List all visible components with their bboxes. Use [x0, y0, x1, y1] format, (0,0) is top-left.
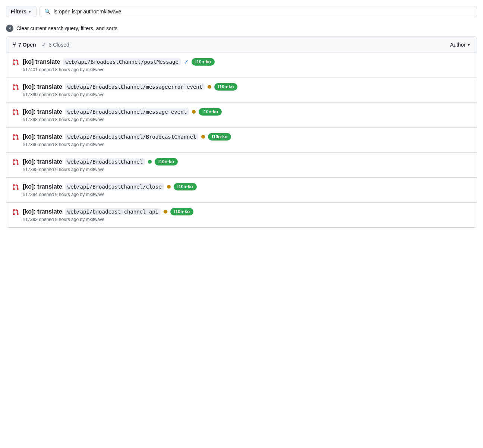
pr-title-row: [ko] translate web/api/BroadcastChannel/… — [23, 58, 471, 66]
pr-icon — [12, 209, 19, 217]
open-count-label: 7 Open — [18, 42, 36, 48]
pr-icon — [12, 184, 19, 192]
search-icon: 🔍 — [44, 9, 51, 15]
pr-label[interactable]: l10n-ko — [170, 208, 193, 215]
filters-button[interactable]: Filters ▼ — [6, 6, 37, 17]
pr-status-dot — [164, 210, 167, 214]
pr-meta: #17394 opened 9 hours ago by mkitwave — [23, 192, 471, 197]
pr-check-icon: ✓ — [184, 59, 189, 66]
pr-title-row: [ko]: translate web/api/BroadcastChannel… — [23, 183, 471, 190]
pr-title-prefix: [ko] translate — [23, 59, 60, 65]
pr-title-prefix: [ko]: translate — [23, 183, 62, 190]
pr-meta: #17401 opened 8 hours ago by mkitwave — [23, 67, 471, 72]
chevron-down-icon: ▼ — [28, 10, 32, 14]
pr-title-prefix: [ko]: translate — [23, 158, 62, 165]
open-count-button[interactable]: ⑂ 7 Open — [12, 41, 36, 48]
pr-list: ⑂ 7 Open ✓ 3 Closed Author ▼ [ko] transl… — [6, 37, 477, 228]
pr-meta: #17396 opened 8 hours ago by mkitwave — [23, 142, 471, 147]
pr-list-header-left: ⑂ 7 Open ✓ 3 Closed — [12, 41, 69, 48]
checkmark-icon: ✓ — [42, 42, 46, 48]
pr-icon — [12, 159, 19, 167]
pr-label[interactable]: l10n-ko — [214, 83, 237, 91]
clear-search-label: Clear current search query, filters, and… — [16, 25, 117, 31]
author-chevron-icon: ▼ — [467, 43, 471, 47]
pr-title-row: [ko]: translate web/api/BroadcastChannel… — [23, 158, 471, 165]
closed-count-label: 3 Closed — [48, 42, 69, 48]
pr-list-item: [ko]: translate web/api/BroadcastChannel… — [6, 153, 477, 178]
pr-content: [ko]: translate web/api/BroadcastChannel… — [23, 158, 471, 172]
pr-content: [ko]: translate web/api/broadcast_channe… — [23, 208, 471, 222]
pr-meta: #17398 opened 8 hours ago by mkitwave — [23, 117, 471, 122]
pr-list-item: [ko]: translate web/api/BroadcastChannel… — [6, 128, 477, 153]
pr-label[interactable]: l10n-ko — [155, 158, 178, 165]
pr-status-dot — [192, 110, 196, 114]
pr-title-code[interactable]: web/api/BroadcastChannel/message_event — [65, 108, 189, 115]
pr-title-row: [ko]: translate web/api/BroadcastChannel… — [23, 83, 471, 91]
pr-title-row: [ko]: translate web/api/BroadcastChannel… — [23, 108, 471, 116]
search-input-wrapper: 🔍 — [40, 6, 477, 17]
pr-status-dot — [167, 185, 171, 189]
pr-title-prefix: [ko]: translate — [23, 208, 62, 215]
pr-list-item: [ko]: translate web/api/broadcast_channe… — [6, 203, 477, 227]
author-button[interactable]: Author ▼ — [450, 42, 471, 48]
author-label: Author — [450, 42, 465, 48]
pr-label[interactable]: l10n-ko — [192, 58, 215, 66]
pr-title-code[interactable]: web/api/BroadcastChannel/messageerror_ev… — [65, 83, 205, 90]
pr-label[interactable]: l10n-ko — [174, 183, 197, 190]
pr-list-item: [ko]: translate web/api/BroadcastChannel… — [6, 78, 477, 103]
pr-items-container: [ko] translate web/api/BroadcastChannel/… — [6, 53, 477, 227]
pr-meta: #17399 opened 8 hours ago by mkitwave — [23, 92, 471, 97]
pr-content: [ko] translate web/api/BroadcastChannel/… — [23, 58, 471, 72]
pr-meta: #17395 opened 9 hours ago by mkitwave — [23, 167, 471, 172]
pr-label[interactable]: l10n-ko — [199, 108, 222, 116]
pr-content: [ko]: translate web/api/BroadcastChannel… — [23, 83, 471, 97]
filters-label: Filters — [11, 9, 26, 15]
clear-search: ✕ Clear current search query, filters, a… — [6, 22, 477, 37]
pr-title-prefix: [ko]: translate — [23, 108, 62, 115]
pr-icon — [12, 84, 19, 92]
pr-title-code[interactable]: web/api/BroadcastChannel/close — [65, 183, 164, 190]
search-input[interactable] — [54, 9, 472, 15]
pr-title-prefix: [ko]: translate — [23, 83, 62, 90]
pr-list-item: [ko]: translate web/api/BroadcastChannel… — [6, 178, 477, 203]
pr-content: [ko]: translate web/api/BroadcastChannel… — [23, 183, 471, 197]
pr-status-dot — [201, 135, 205, 139]
pr-list-item: [ko] translate web/api/BroadcastChannel/… — [6, 53, 477, 78]
pr-content: [ko]: translate web/api/BroadcastChannel… — [23, 133, 471, 147]
pr-title-code[interactable]: web/api/BroadcastChannel/postMessage — [63, 59, 180, 65]
pr-title-code[interactable]: web/api/BroadcastChannel/BroadcastChanne… — [65, 133, 199, 140]
pr-title-code[interactable]: web/api/broadcast_channel_api — [65, 208, 161, 215]
pr-status-dot — [208, 85, 211, 89]
pr-title-prefix: [ko]: translate — [23, 133, 62, 140]
pr-list-header: ⑂ 7 Open ✓ 3 Closed Author ▼ — [6, 37, 477, 53]
search-bar: Filters ▼ 🔍 — [6, 6, 477, 17]
pr-status-dot — [148, 160, 152, 164]
pr-meta: #17393 opened 9 hours ago by mkitwave — [23, 217, 471, 222]
closed-count-button[interactable]: ✓ 3 Closed — [42, 42, 69, 48]
clear-icon[interactable]: ✕ — [6, 25, 13, 32]
pr-title-row: [ko]: translate web/api/BroadcastChannel… — [23, 133, 471, 141]
pr-title-code[interactable]: web/api/BroadcastChannel — [65, 158, 145, 165]
pr-open-icon: ⑂ — [12, 41, 16, 48]
pr-label[interactable]: l10n-ko — [208, 133, 231, 141]
pr-content: [ko]: translate web/api/BroadcastChannel… — [23, 108, 471, 122]
pr-list-item: [ko]: translate web/api/BroadcastChannel… — [6, 103, 477, 128]
pr-title-row: [ko]: translate web/api/broadcast_channe… — [23, 208, 471, 215]
pr-icon — [12, 134, 19, 142]
pr-icon — [12, 109, 19, 117]
pr-icon — [12, 59, 19, 67]
